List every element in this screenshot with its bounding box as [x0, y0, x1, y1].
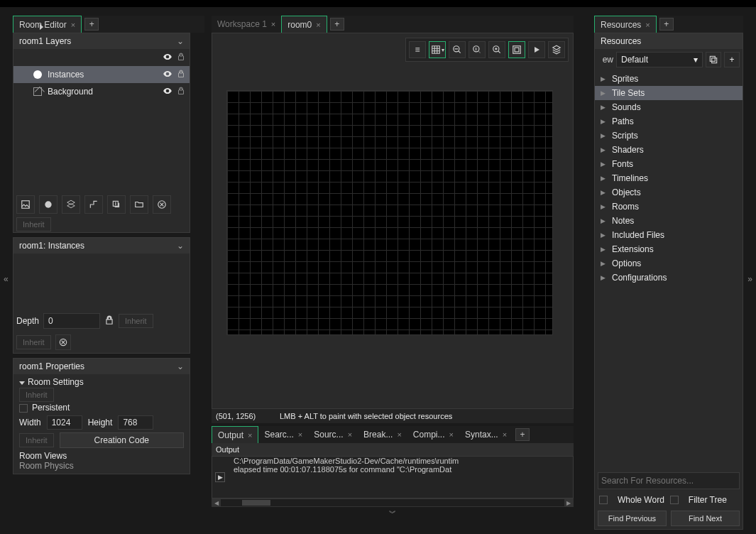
creation-code-button[interactable]: Creation Code	[60, 432, 184, 448]
tree-item[interactable]: ▶Tile Sets	[595, 86, 743, 100]
zoom-out-button[interactable]	[449, 41, 466, 58]
toolbar-handle-icon[interactable]: ≡	[409, 41, 426, 58]
find-next-button[interactable]: Find Next	[671, 511, 740, 526]
tree-item[interactable]: ▶Configurations	[595, 271, 743, 285]
zoom-reset-button[interactable]: 1	[469, 41, 486, 58]
depth-input[interactable]	[43, 313, 100, 329]
layer-instances[interactable]: Instances	[13, 66, 190, 83]
inherit-button[interactable]: Inherit	[16, 335, 51, 349]
room-physics-group[interactable]: Room Physics	[19, 461, 184, 471]
tree-label: Timelines	[612, 173, 648, 183]
height-input[interactable]	[118, 415, 153, 430]
tree-item[interactable]: ▶Timelines	[595, 171, 743, 185]
tree-label: Notes	[612, 216, 634, 226]
room-settings-group[interactable]: Room Settings	[19, 377, 184, 387]
close-icon[interactable]: ×	[348, 430, 352, 439]
tree-item[interactable]: ▶Options	[595, 256, 743, 271]
config-select[interactable]: Default ▾	[616, 52, 703, 67]
tab-workspace[interactable]: Workspace 1 ×	[212, 16, 281, 33]
close-icon[interactable]: ×	[645, 21, 650, 29]
output-tab[interactable]: Compi...×	[407, 426, 459, 443]
fit-view-button[interactable]	[508, 41, 525, 58]
add-asset-layer-button[interactable]	[107, 195, 126, 214]
layers-view-button[interactable]	[548, 41, 565, 58]
collapse-left-handle[interactable]: «	[4, 274, 9, 284]
arrow-right-icon: ▶	[601, 146, 608, 153]
tab-label: Compi...	[413, 430, 445, 440]
inherit-button[interactable]: Inherit	[16, 217, 51, 231]
horizontal-scrollbar[interactable]: ◀ ▶	[212, 498, 574, 507]
lock-icon[interactable]	[104, 315, 114, 327]
tree-label: Tile Sets	[612, 88, 645, 98]
expand-arrow-icon[interactable]: ▶	[215, 472, 225, 482]
duplicate-button[interactable]	[706, 52, 721, 67]
close-icon[interactable]: ×	[298, 430, 302, 439]
tree-item[interactable]: ▶Included Files	[595, 228, 743, 242]
tree-item[interactable]: ▶Rooms	[595, 200, 743, 214]
room-canvas[interactable]: ≡ ▾ 1	[212, 33, 574, 409]
tree-item[interactable]: ▶Objects	[595, 185, 743, 200]
tab-add-button[interactable]: +	[515, 428, 530, 441]
instances-header[interactable]: room1: Instances ⌄	[13, 238, 190, 254]
tab-add-button[interactable]: +	[330, 18, 344, 31]
inherit-button[interactable]: Inherit	[19, 433, 54, 447]
zoom-in-button[interactable]	[488, 41, 505, 58]
filter-tree-check[interactable]	[670, 496, 679, 504]
layers-header[interactable]: room1 Layers ⌄	[13, 33, 190, 49]
eye-icon[interactable]	[163, 52, 172, 64]
output-tab[interactable]: Break...×	[358, 426, 407, 443]
whole-word-check[interactable]	[599, 496, 608, 504]
add-config-button[interactable]: +	[724, 52, 740, 67]
output-tab[interactable]: Sourc...×	[308, 426, 358, 443]
lock-icon[interactable]	[177, 53, 185, 63]
add-path-layer-button[interactable]	[84, 195, 103, 214]
close-icon[interactable]: ×	[248, 431, 252, 440]
tab-add-button[interactable]: +	[659, 18, 674, 31]
close-icon[interactable]: ×	[271, 20, 275, 28]
inherit-button[interactable]: Inherit	[119, 314, 153, 328]
expand-down-handle[interactable]: ︾	[212, 507, 574, 520]
search-input[interactable]	[598, 472, 740, 489]
tree-item[interactable]: ▶Extensions	[595, 242, 743, 256]
tree-item[interactable]: ▶Sounds	[595, 100, 743, 114]
find-previous-button[interactable]: Find Previous	[598, 511, 667, 526]
close-icon[interactable]: ×	[449, 430, 454, 439]
reset-button[interactable]	[55, 334, 71, 350]
properties-header[interactable]: room1 Properties ⌄	[13, 359, 190, 374]
layer-background[interactable]: Background	[13, 83, 190, 100]
add-instance-layer-button[interactable]	[39, 195, 57, 214]
add-background-layer-button[interactable]	[16, 195, 35, 214]
room-views-group[interactable]: Room Views	[19, 451, 184, 461]
tree-item[interactable]: ▶Notes	[595, 214, 743, 228]
tree-item[interactable]: ▶Paths	[595, 114, 743, 129]
eye-icon[interactable]	[163, 69, 172, 81]
tab-room0[interactable]: room0 ×	[281, 16, 327, 33]
lock-icon[interactable]	[177, 70, 185, 80]
eye-icon[interactable]	[163, 86, 172, 98]
delete-layer-button[interactable]	[153, 195, 171, 214]
inherit-button[interactable]: Inherit	[19, 388, 54, 402]
lock-icon[interactable]	[177, 87, 185, 97]
output-console[interactable]: ▶ C:\ProgramData/GameMakerStudio2-Dev/Ca…	[212, 456, 574, 498]
output-tab[interactable]: Output×	[212, 426, 258, 443]
grid-toggle-button[interactable]: ▾	[429, 41, 446, 58]
output-tab[interactable]: Syntax...×	[459, 426, 513, 443]
tree-item[interactable]: ▶Fonts	[595, 157, 743, 171]
tab-resources[interactable]: Resources ×	[594, 16, 657, 33]
tab-label: Syntax...	[465, 430, 498, 440]
close-icon[interactable]: ×	[397, 430, 401, 439]
add-tile-layer-button[interactable]	[62, 195, 80, 214]
tree-item[interactable]: ▶Sprites	[595, 72, 743, 86]
collapse-right-handle[interactable]: »	[747, 274, 752, 284]
play-button[interactable]	[528, 41, 545, 58]
persistent-check[interactable]: Persistent	[19, 403, 184, 413]
width-input[interactable]	[47, 415, 82, 430]
tree-item[interactable]: ▶Scripts	[595, 129, 743, 143]
arrow-right-icon: ▶	[601, 75, 608, 82]
output-tab[interactable]: Searc...×	[258, 426, 308, 443]
close-icon[interactable]: ×	[503, 430, 507, 439]
grid-canvas[interactable]	[226, 90, 553, 335]
add-folder-button[interactable]	[130, 195, 148, 214]
tree-item[interactable]: ▶Shaders	[595, 143, 743, 157]
close-icon[interactable]: ×	[316, 21, 320, 29]
